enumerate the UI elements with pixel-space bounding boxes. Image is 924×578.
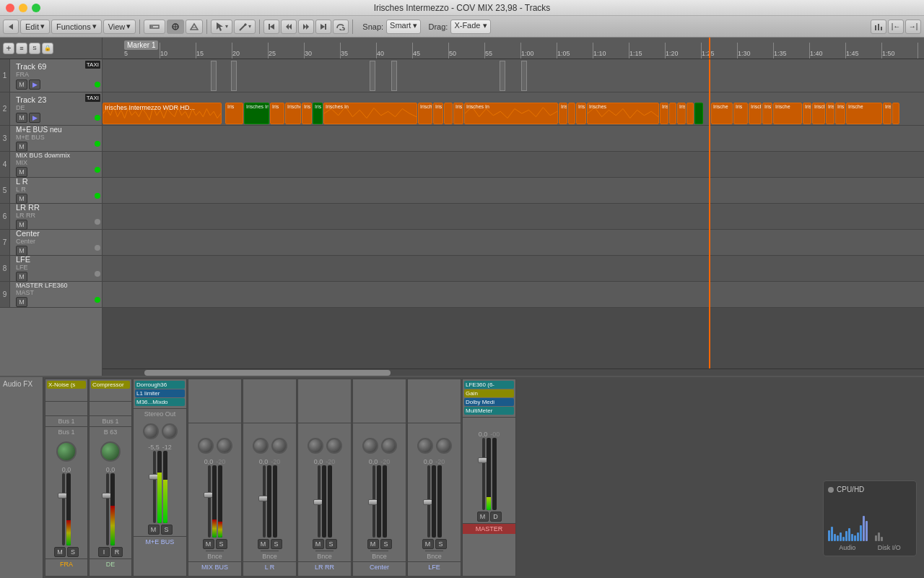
track-m-2[interactable]: M xyxy=(16,113,27,123)
region-green-1[interactable]: Irisches Int xyxy=(244,103,269,124)
tool-btn-2[interactable] xyxy=(167,20,184,34)
m-btn-lrrr[interactable]: M xyxy=(313,539,324,549)
track-m-1[interactable]: M xyxy=(16,79,27,90)
m-btn-master[interactable]: M xyxy=(477,512,489,522)
edit-tool[interactable]: ▾ xyxy=(234,20,256,34)
fader-mixbus[interactable] xyxy=(208,465,211,538)
tool-btn-3[interactable] xyxy=(186,20,203,34)
fader-lr[interactable] xyxy=(263,465,266,538)
region-iris-5[interactable]: Iris xyxy=(433,103,443,124)
fader-lfe[interactable] xyxy=(427,465,430,538)
region-long-3[interactable]: Irisches xyxy=(587,103,659,124)
cycle[interactable] xyxy=(333,20,349,34)
region-iris-1[interactable]: Iris xyxy=(225,103,243,124)
forward-to-end[interactable] xyxy=(315,20,331,34)
region-track23-main[interactable]: Irisches Intermezzo WDR HD... xyxy=(103,103,222,124)
knob-pan-de[interactable] xyxy=(100,441,121,462)
track-row-2[interactable]: Irisches Intermezzo WDR HD... Iris Irisc… xyxy=(103,92,924,126)
fx-badge-gain[interactable]: Gain xyxy=(464,389,514,397)
knob-2-center[interactable] xyxy=(381,438,397,454)
functions-menu[interactable]: Functions ▾ xyxy=(51,20,102,34)
region-post-5[interactable]: Irische xyxy=(773,103,802,124)
region-iri-2[interactable] xyxy=(568,103,575,124)
region-green-2[interactable]: Iris xyxy=(313,103,323,124)
region-iris-9[interactable]: Iris xyxy=(660,103,668,124)
rewind[interactable] xyxy=(281,20,297,34)
region-small-5[interactable] xyxy=(500,61,505,91)
rewind-to-start[interactable] xyxy=(263,20,279,34)
cursor-tool[interactable]: ▾ xyxy=(211,20,232,34)
track-row-9[interactable] xyxy=(103,282,924,308)
knob-pan-fra[interactable] xyxy=(56,441,77,462)
region-irisch-1[interactable]: Irisch xyxy=(418,103,432,124)
region-post-10[interactable]: Irische xyxy=(846,103,882,124)
region-iris-10[interactable]: Iris xyxy=(677,103,686,124)
scrollbar-thumb[interactable] xyxy=(144,370,391,376)
add-track-button[interactable]: + xyxy=(3,43,14,54)
knob-2-lfe[interactable] xyxy=(436,438,452,454)
knob-1-mixbus[interactable] xyxy=(198,438,214,454)
tracks-content[interactable]: Irisches Intermezzo WDR HD... Iris Irisc… xyxy=(103,59,924,368)
region-post-4[interactable]: Iris xyxy=(762,103,772,124)
audio-label[interactable]: Audio xyxy=(839,544,855,551)
fader-fra[interactable] xyxy=(62,473,65,545)
m-btn-mixbus[interactable]: M xyxy=(203,539,214,549)
track-row-7[interactable] xyxy=(103,230,924,256)
region-post-7[interactable]: Irisch xyxy=(812,103,825,124)
track-row-1[interactable] xyxy=(103,59,924,92)
fader-master[interactable] xyxy=(482,438,485,510)
knob-1-center[interactable] xyxy=(362,438,378,454)
s-btn-de[interactable]: R xyxy=(111,547,123,557)
track-row-8[interactable] xyxy=(103,256,924,282)
region-post-11[interactable]: Iris xyxy=(883,103,892,124)
region-post-6[interactable]: Iris xyxy=(803,103,811,124)
s-btn-me[interactable]: S xyxy=(161,525,173,535)
region-small-6[interactable] xyxy=(521,61,527,91)
m-btn-fra[interactable]: M xyxy=(54,547,66,557)
ruler[interactable]: Marker 1 5 10 15 20 25 30 xyxy=(103,38,924,59)
s-btn-center[interactable]: S xyxy=(380,539,392,549)
region-iris-6[interactable]: Iris xyxy=(453,103,463,124)
close-button[interactable] xyxy=(6,4,14,12)
fx-badge-lfe360[interactable]: LFE360 (6- xyxy=(464,381,514,389)
fast-forward[interactable] xyxy=(298,20,314,34)
knob-2-lrrr[interactable] xyxy=(326,438,342,454)
track-m-9[interactable]: M xyxy=(16,297,27,307)
maximize-button[interactable] xyxy=(32,4,40,12)
region-iris-8[interactable]: Iris xyxy=(576,103,586,124)
disk-label[interactable]: Disk I/O xyxy=(878,544,901,551)
region-iri-3[interactable] xyxy=(669,103,676,124)
region-iri-1[interactable] xyxy=(444,103,453,124)
region-post-9[interactable]: Iris xyxy=(835,103,845,124)
minimize-button[interactable] xyxy=(19,4,27,12)
knob-2-me[interactable] xyxy=(162,423,178,439)
metronome-btn[interactable]: S xyxy=(29,43,40,54)
fader-center[interactable] xyxy=(372,465,375,538)
fx-badge-dolby[interactable]: Dolby Medi xyxy=(464,398,514,406)
knob-1-lr[interactable] xyxy=(253,438,269,454)
knob-2-lr[interactable] xyxy=(271,438,287,454)
region-iris-3[interactable]: Irische xyxy=(285,103,301,124)
drag-select[interactable]: X-Fade ▾ xyxy=(450,20,490,34)
fader-me[interactable] xyxy=(153,451,156,523)
region-post-3[interactable]: Irisch xyxy=(749,103,762,124)
knob-2-mixbus[interactable] xyxy=(217,438,232,454)
region-green-3[interactable] xyxy=(694,103,703,124)
knob-1-lfe[interactable] xyxy=(417,438,433,454)
track-row-5[interactable] xyxy=(103,178,924,204)
region-post-playhead-1[interactable]: Irische xyxy=(711,103,733,124)
region-small-2[interactable] xyxy=(231,61,237,91)
region-small-3[interactable] xyxy=(370,61,375,91)
m-btn-center[interactable]: M xyxy=(367,539,379,549)
s-btn-lr[interactable]: S xyxy=(271,539,282,549)
m-btn-lr[interactable]: M xyxy=(258,539,269,549)
fader-lrrr[interactable] xyxy=(318,465,321,538)
s-btn-lfe[interactable]: S xyxy=(435,539,447,549)
edit-menu[interactable]: Edit ▾ xyxy=(20,20,50,34)
track-view-btn[interactable]: ≡ xyxy=(16,43,27,54)
fx-badge-multimeter[interactable]: MultiMeter xyxy=(464,407,514,415)
region-iris-11[interactable] xyxy=(687,103,694,124)
region-long-1[interactable]: Irisches In xyxy=(323,103,417,124)
fx-badge-xnoise[interactable]: X-Noise (s xyxy=(47,381,86,389)
region-iris-4[interactable]: Iris xyxy=(302,103,312,124)
